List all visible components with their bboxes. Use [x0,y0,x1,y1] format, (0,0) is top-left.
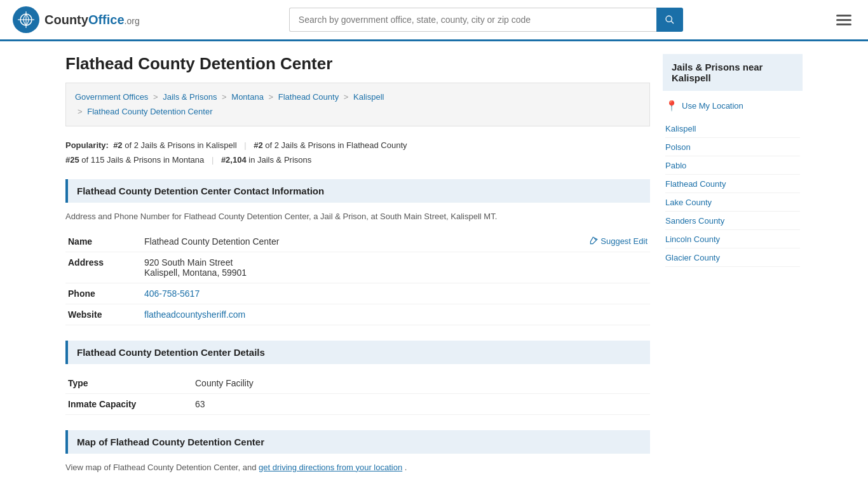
logo-icon [13,6,39,33]
driving-directions-link[interactable]: get driving directions from your locatio… [259,463,402,472]
popularity: Popularity: #2 of 2 Jails & Prisons in K… [65,138,650,168]
edit-icon [589,236,598,245]
breadcrumb-sep: > [344,92,349,102]
menu-button[interactable] [832,11,855,29]
table-row: Type County Facility [65,373,650,394]
search-input[interactable] [289,8,656,32]
website-label: Website [65,304,142,325]
table-row: Inmate Capacity 63 [65,393,650,414]
sidebar-link-pablo[interactable]: Pablo [665,161,686,170]
sidebar-link-lincoln[interactable]: Lincoln County [665,234,720,244]
list-item: Sanders County [665,212,800,230]
website-value: flatheadcountysheriff.com [142,304,650,325]
main-container: Flathead County Detention Center Governm… [53,41,815,488]
logo-area: CountyOffice.org [13,6,140,33]
search-area [289,8,683,32]
breadcrumb-sep: > [153,92,158,102]
map-description: View map of Flathead County Detention Ce… [65,463,650,472]
phone-link[interactable]: 406-758-5617 [144,288,200,299]
sidebar-link-glacier[interactable]: Glacier County [665,253,720,262]
contact-table: Name Flathead County Detention Center Su… [65,231,650,325]
sidebar-link-lake[interactable]: Lake County [665,198,712,207]
breadcrumb-current[interactable]: Flathead County Detention Center [87,107,212,116]
contact-section-header: Flathead County Detention Center Contact… [65,179,650,203]
pop-item-3: #2,104 [221,155,247,165]
map-section-header: Map of Flathead County Detention Center [65,430,650,454]
phone-value: 406-758-5617 [142,283,650,304]
menu-line [836,19,851,21]
list-item: Polson [665,138,800,156]
type-value: County Facility [193,373,650,394]
capacity-label: Inmate Capacity [65,393,193,414]
pop-item-0: #2 [113,140,122,150]
list-item: Kalispell [665,119,800,138]
table-row: Address 920 South Main Street Kalispell,… [65,252,650,283]
use-location-link[interactable]: Use My Location [682,101,743,111]
breadcrumb-flathead-county[interactable]: Flathead County [278,92,339,102]
table-row: Name Flathead County Detention Center Su… [65,231,650,252]
phone-label: Phone [65,283,142,304]
breadcrumb-sep: > [78,107,83,116]
breadcrumb-sep: > [222,92,227,102]
sidebar-link-sanders[interactable]: Sanders County [665,216,724,226]
contact-section: Flathead County Detention Center Contact… [65,179,650,325]
breadcrumb-montana[interactable]: Montana [231,92,264,102]
list-item: Flathead County [665,175,800,193]
type-label: Type [65,373,193,394]
menu-line [836,24,851,25]
sidebar: Jails & Prisons near Kalispell 📍 Use My … [663,54,803,487]
svg-marker-6 [591,237,598,244]
breadcrumb-sep: > [269,92,274,102]
page-title: Flathead County Detention Center [65,54,650,74]
svg-line-5 [671,21,674,24]
details-section-header: Flathead County Detention Center Details [65,341,650,364]
list-item: Glacier County [665,248,800,267]
list-item: Lake County [665,193,800,212]
search-icon [665,15,675,25]
breadcrumb-jails[interactable]: Jails & Prisons [163,92,217,102]
breadcrumb-gov-offices[interactable]: Government Offices [75,92,148,102]
address-value: 920 South Main Street Kalispell, Montana… [142,252,650,283]
site-header: CountyOffice.org [0,0,868,41]
search-button[interactable] [656,8,683,32]
name-value: Flathead County Detention Center Suggest… [142,231,650,252]
table-row: Phone 406-758-5617 [65,283,650,304]
logo-text: CountyOffice.org [44,13,140,27]
website-link[interactable]: flatheadcountysheriff.com [144,309,245,320]
location-pin-icon: 📍 [665,100,678,112]
menu-line [836,15,851,17]
contact-description: Address and Phone Number for Flathead Co… [65,212,650,221]
pop-item-2: #25 [65,155,79,165]
breadcrumb: Government Offices > Jails & Prisons > M… [65,83,650,126]
use-location-area: 📍 Use My Location [663,100,803,112]
pop-item-1: #2 [254,140,262,150]
details-section: Flathead County Detention Center Details… [65,341,650,415]
capacity-value: 63 [193,393,650,414]
address-label: Address [65,252,142,283]
list-item: Lincoln County [665,230,800,248]
map-section: Map of Flathead County Detention Center … [65,430,650,472]
breadcrumb-kalispell[interactable]: Kalispell [353,92,384,102]
sidebar-header: Jails & Prisons near Kalispell [663,54,803,91]
content-area: Flathead County Detention Center Governm… [65,54,650,487]
popularity-label: Popularity: [65,140,109,150]
list-item: Pablo [665,156,800,175]
sidebar-link-polson[interactable]: Polson [665,142,691,152]
details-table: Type County Facility Inmate Capacity 63 [65,373,650,415]
name-label: Name [65,231,142,252]
table-row: Website flatheadcountysheriff.com [65,304,650,325]
sidebar-links-list: Kalispell Polson Pablo Flathead County L… [663,119,803,267]
suggest-edit-link[interactable]: Suggest Edit [589,236,648,246]
sidebar-link-flathead[interactable]: Flathead County [665,179,726,189]
svg-point-4 [666,16,672,22]
sidebar-link-kalispell[interactable]: Kalispell [665,124,696,133]
